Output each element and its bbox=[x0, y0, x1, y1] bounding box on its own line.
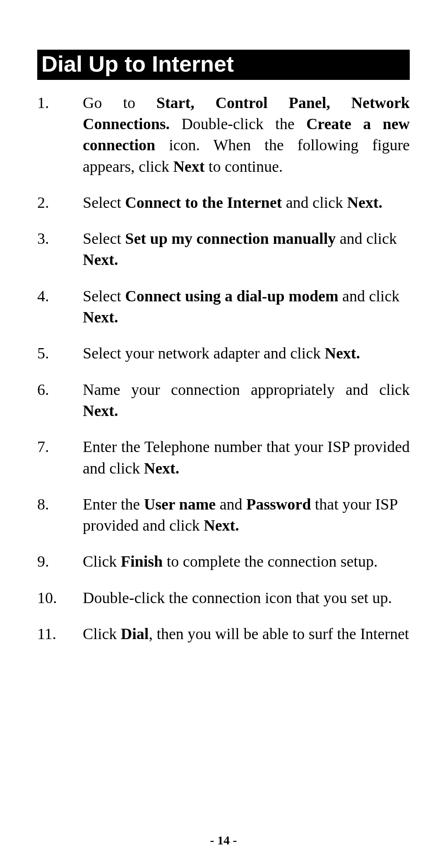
bold-text: Finish bbox=[121, 553, 163, 570]
text: Select bbox=[83, 287, 125, 305]
bold-text: Next. bbox=[204, 517, 239, 534]
text: , then you will be able to surf the Inte… bbox=[149, 625, 409, 642]
text: Select bbox=[83, 194, 125, 211]
text: Go to bbox=[83, 94, 156, 111]
text: and click bbox=[282, 194, 347, 211]
document-page: Dial Up to Internet Go to Start, Control… bbox=[0, 0, 447, 868]
step-item: Select Set up my connection manually and… bbox=[37, 228, 410, 271]
step-item: Select Connect to the Internet and click… bbox=[37, 192, 410, 213]
text: and click bbox=[336, 230, 397, 247]
step-item: Select your network adapter and click Ne… bbox=[37, 343, 410, 364]
steps-list: Go to Start, Control Panel, Network Conn… bbox=[37, 92, 410, 645]
bold-text: Next. bbox=[83, 402, 118, 419]
bold-text: Connect to the Internet bbox=[125, 194, 282, 211]
text: Select bbox=[83, 230, 125, 247]
bold-text: Password bbox=[246, 495, 311, 513]
section-title-bar: Dial Up to Internet bbox=[37, 50, 410, 80]
step-item: Enter the User name and Password that yo… bbox=[37, 494, 410, 536]
text: to complete the connection setup. bbox=[163, 553, 377, 570]
text: Click bbox=[83, 625, 121, 642]
bold-text: Next bbox=[173, 158, 204, 175]
bold-text: Dial bbox=[121, 625, 149, 642]
bold-text: Next. bbox=[83, 251, 118, 268]
bold-text: Set up my connection manually bbox=[125, 230, 336, 247]
text: Name your connection appropriately and c… bbox=[83, 381, 410, 398]
bold-text: Connect using a dial-up modem bbox=[125, 287, 338, 305]
bold-text: Next. bbox=[325, 344, 360, 362]
bold-text: Next. bbox=[144, 459, 179, 477]
text: and click bbox=[339, 287, 400, 305]
step-item: Double-click the connection icon that yo… bbox=[37, 587, 410, 608]
section-title: Dial Up to Internet bbox=[41, 51, 234, 76]
step-item: Select Connect using a dial-up modem and… bbox=[37, 286, 410, 328]
text: to continue. bbox=[204, 158, 283, 175]
text: Enter the Telephone number that your ISP… bbox=[83, 438, 410, 476]
text: Enter the bbox=[83, 495, 144, 513]
text: Double-click the connection icon that yo… bbox=[83, 589, 392, 606]
step-item: Name your connection appropriately and c… bbox=[37, 379, 410, 422]
text: Select your network adapter and click bbox=[83, 344, 325, 362]
text: Click bbox=[83, 553, 121, 570]
bold-text: Next. bbox=[347, 194, 382, 211]
step-item: Enter the Telephone number that your ISP… bbox=[37, 436, 410, 479]
step-item: Click Finish to complete the connection … bbox=[37, 551, 410, 572]
step-item: Go to Start, Control Panel, Network Conn… bbox=[37, 92, 410, 177]
text: and bbox=[216, 495, 246, 513]
bold-text: Next. bbox=[83, 308, 118, 326]
text: Double-click the bbox=[170, 115, 306, 132]
bold-text: User name bbox=[144, 495, 216, 513]
page-number: - 14 - bbox=[0, 833, 447, 847]
step-item: Click Dial, then you will be able to sur… bbox=[37, 623, 410, 644]
